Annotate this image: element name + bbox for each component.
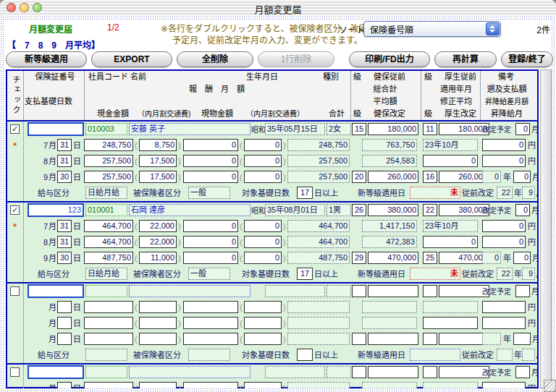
row-checkbox[interactable] — [10, 286, 20, 296]
row-checkbox[interactable]: ✓ — [10, 124, 20, 134]
cash-commute-field[interactable] — [139, 301, 177, 313]
revision-planned-month-field[interactable]: 0 — [515, 204, 530, 216]
base-days-field[interactable] — [297, 349, 313, 361]
goods-amount-field[interactable] — [183, 382, 238, 388]
record-info-row[interactable]: 改定予定 月 — [7, 365, 537, 380]
record-info-row[interactable]: ✓ 123 010001 石岡 達彦 昭和 35年08月01日 1男 26 38… — [7, 203, 537, 218]
goods-amount-field[interactable]: 0 — [183, 155, 238, 167]
base-days-field[interactable]: 17 — [297, 268, 313, 280]
kenpo-before-field[interactable] — [368, 366, 418, 378]
adjusted-average-field[interactable]: 0 — [423, 236, 478, 248]
month-row-1[interactable]: * 7 月 31 日 464,700 ( 22,000 ) 0 ( 0 ) 46… — [7, 218, 537, 234]
new-grade-date-field[interactable] — [410, 349, 460, 361]
revision-planned-month-field[interactable]: 0 — [515, 123, 530, 135]
cash-commute-field[interactable] — [139, 333, 177, 345]
days-field[interactable] — [57, 301, 72, 313]
kosei-grade-after-field[interactable]: 16 — [423, 171, 437, 183]
kenpo-grade-after-field[interactable] — [352, 333, 366, 345]
cash-commute-field[interactable]: 22,000 — [139, 220, 177, 232]
cash-commute-field[interactable]: 11,000 — [139, 252, 177, 264]
kenpo-before-field[interactable] — [368, 285, 418, 297]
days-field[interactable]: 31 — [57, 220, 72, 232]
kenpo-grade-after-field[interactable]: 20 — [352, 171, 366, 183]
kenpo-after-field[interactable]: 260,000 — [368, 171, 418, 183]
days-field[interactable]: 30 — [57, 171, 72, 183]
month-row-3[interactable]: 月 日 ( ) ( ) 年 月 — [7, 331, 537, 347]
recalculate-button[interactable]: 再計算 — [434, 51, 497, 67]
retro-pay-field[interactable] — [482, 301, 526, 313]
vertical-scrollbar[interactable] — [540, 69, 552, 388]
adjusted-average-field[interactable] — [423, 317, 478, 329]
delete-all-button[interactable]: 全削除 — [177, 51, 253, 67]
hoken-no-field[interactable] — [28, 122, 84, 136]
goods-commute-field[interactable]: 0 — [244, 139, 282, 151]
goods-commute-field[interactable] — [244, 333, 282, 345]
goods-amount-field[interactable] — [183, 301, 238, 313]
new-grade-date-field[interactable]: 未 — [410, 268, 460, 280]
goods-commute-field[interactable]: 0 — [244, 155, 282, 167]
apply-new-grade-button[interactable]: 新等級適用 — [6, 51, 87, 67]
goods-amount-field[interactable]: 0 — [183, 252, 238, 264]
raise-diff-field[interactable]: 0 — [482, 236, 526, 248]
retro-pay-field[interactable]: 0 — [482, 139, 526, 151]
kenpo-after-field[interactable]: 470,000 — [368, 252, 418, 264]
days-field[interactable]: 30 — [57, 252, 72, 264]
month-row-1[interactable]: 月 日 ( ) ( ) 円 — [7, 299, 537, 315]
record-footer-row[interactable]: 給与区分 日給月給 被保険者区分 一般 対象基礎日数 17 日以上 新等級適用日… — [7, 185, 537, 201]
export-button[interactable]: EXPORT — [91, 51, 172, 67]
cash-amount-field[interactable]: 464,700 — [84, 236, 133, 248]
days-field[interactable]: 31 — [57, 155, 72, 167]
cash-commute-field[interactable]: 22,000 — [139, 236, 177, 248]
row-checkbox[interactable] — [10, 367, 20, 377]
cash-commute-field[interactable] — [139, 317, 177, 329]
new-grade-date-field[interactable]: 未 — [410, 187, 460, 199]
record-info-row[interactable]: 改定予定 月 — [7, 284, 537, 299]
cash-commute-field[interactable]: 17,500 — [139, 155, 177, 167]
goods-amount-field[interactable]: 0 — [183, 236, 238, 248]
row-checkbox[interactable]: ✓ — [10, 205, 20, 215]
goods-commute-field[interactable] — [244, 382, 282, 388]
hoken-no-field[interactable] — [28, 284, 84, 298]
adjusted-average-field[interactable]: 0 — [423, 155, 478, 167]
days-field[interactable]: 31 — [57, 236, 72, 248]
goods-commute-field[interactable]: 0 — [244, 252, 282, 264]
goods-commute-field[interactable]: 0 — [244, 220, 282, 232]
window-resize-grip[interactable] — [544, 380, 556, 392]
hoken-no-field[interactable]: 123 — [28, 203, 84, 217]
base-days-field[interactable]: 17 — [297, 187, 313, 199]
month-row-1[interactable]: 月 日 ( ) ( ) 円 — [7, 380, 537, 388]
retro-pay-field[interactable]: 0 — [482, 220, 526, 232]
raise-month-field[interactable] — [513, 333, 531, 345]
kosei-grade-after-field[interactable]: 25 — [423, 252, 437, 264]
days-field[interactable]: 31 — [57, 139, 72, 151]
cash-amount-field[interactable]: 248,750 — [84, 139, 133, 151]
record-footer-row[interactable]: 給与区分 被保険者区分 対象基礎日数 日以上 新等級適用日 従前改定 年 月 — [7, 347, 537, 363]
revision-planned-month-field[interactable] — [515, 366, 530, 378]
kosei-grade-before-field[interactable] — [423, 285, 437, 297]
days-field[interactable] — [57, 317, 72, 329]
raise-month-field[interactable]: 0 — [513, 252, 531, 264]
cash-commute-field[interactable]: 17,500 — [139, 171, 177, 183]
goods-commute-field[interactable]: 0 — [244, 236, 282, 248]
month-row-2[interactable]: 8 月 31 日 257,500 ( 17,500 ) 0 ( 0 ) 257,… — [7, 153, 537, 169]
kenpo-before-field[interactable]: 180,000 — [368, 123, 418, 135]
goods-amount-field[interactable] — [183, 317, 238, 329]
kenpo-grade-before-field[interactable] — [352, 285, 366, 297]
record-info-row[interactable]: ✓ 010003 安藤 英子 昭和 35年05月15日 2女 15 180,00… — [7, 122, 537, 137]
cash-amount-field[interactable]: 257,500 — [84, 155, 133, 167]
goods-amount-field[interactable]: 0 — [183, 220, 238, 232]
cash-amount-field[interactable] — [84, 382, 133, 388]
kosei-grade-after-field[interactable] — [423, 333, 437, 345]
hoken-no-field[interactable] — [28, 365, 84, 379]
cash-amount-field[interactable]: 487,750 — [84, 252, 133, 264]
print-fd-output-button[interactable]: 印刷/FD出力 — [349, 51, 430, 67]
cash-amount-field[interactable] — [84, 317, 133, 329]
record-footer-row[interactable]: 給与区分 日給月給 被保険者区分 一般 対象基礎日数 17 日以上 新等級適用日… — [7, 266, 537, 282]
goods-amount-field[interactable] — [183, 333, 238, 345]
cash-amount-field[interactable] — [84, 301, 133, 313]
goods-commute-field[interactable] — [244, 317, 282, 329]
month-row-1[interactable]: * 7 月 31 日 248,750 ( 8,750 ) 0 ( 0 ) 248… — [7, 137, 537, 153]
goods-commute-field[interactable] — [244, 301, 282, 313]
cash-amount-field[interactable]: 257,500 — [84, 171, 133, 183]
cash-amount-field[interactable] — [84, 333, 133, 345]
